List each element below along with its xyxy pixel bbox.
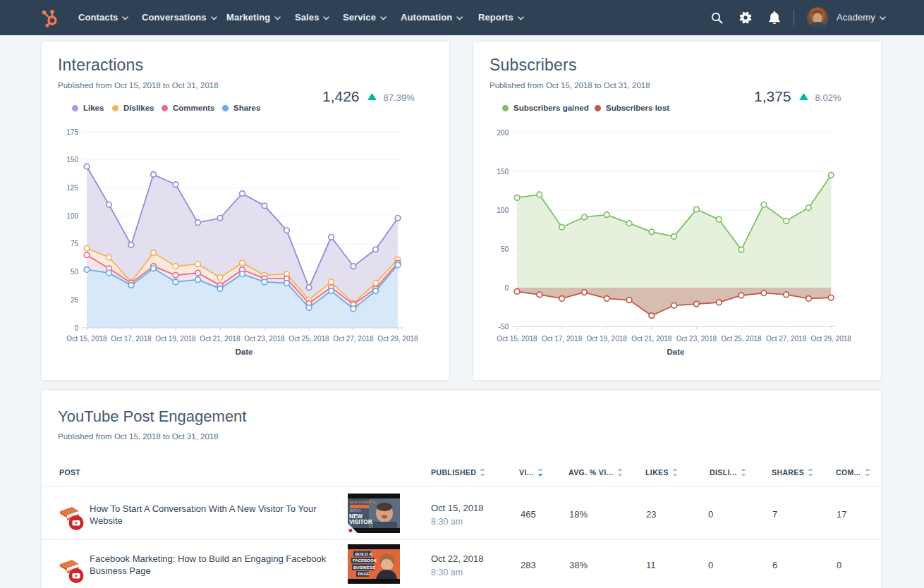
svg-text:WITH A: WITH A bbox=[350, 509, 361, 513]
svg-text:HOW TO START A: HOW TO START A bbox=[350, 501, 375, 504]
svg-text:-50: -50 bbox=[499, 323, 509, 331]
svg-text:Oct 17, 2018: Oct 17, 2018 bbox=[111, 335, 152, 343]
svg-text:Oct 19, 2018: Oct 19, 2018 bbox=[155, 335, 196, 343]
svg-text:Oct 17, 2018: Oct 17, 2018 bbox=[542, 335, 583, 343]
svg-text:125: 125 bbox=[66, 184, 78, 192]
svg-text:50: 50 bbox=[501, 245, 509, 253]
svg-text:Oct 29, 2018: Oct 29, 2018 bbox=[811, 335, 852, 343]
svg-text:0: 0 bbox=[74, 324, 78, 332]
svg-text:Oct 27, 2018: Oct 27, 2018 bbox=[766, 335, 807, 343]
svg-text:Date: Date bbox=[236, 348, 253, 356]
svg-text:50: 50 bbox=[71, 268, 79, 276]
svg-text:Oct 21, 2018: Oct 21, 2018 bbox=[200, 335, 241, 343]
svg-text:0: 0 bbox=[504, 284, 509, 292]
svg-text:Date: Date bbox=[667, 348, 685, 356]
svg-text:Oct 27, 2018: Oct 27, 2018 bbox=[333, 335, 374, 343]
svg-text:Oct 25, 2018: Oct 25, 2018 bbox=[721, 335, 762, 343]
svg-text:150: 150 bbox=[497, 168, 509, 176]
svg-text:175: 175 bbox=[66, 128, 78, 136]
svg-text:VISITOR: VISITOR bbox=[349, 519, 372, 525]
svg-text:FACEBOOK: FACEBOOK bbox=[353, 558, 377, 563]
svg-text:150: 150 bbox=[66, 156, 78, 164]
svg-text:Oct 29, 2018: Oct 29, 2018 bbox=[377, 335, 418, 343]
svg-text:Oct 25, 2018: Oct 25, 2018 bbox=[288, 335, 329, 343]
svg-text:Oct 19, 2018: Oct 19, 2018 bbox=[587, 335, 628, 343]
svg-text:PAGE: PAGE bbox=[358, 572, 370, 576]
svg-text:Oct 15, 2018: Oct 15, 2018 bbox=[497, 335, 537, 343]
svg-text:75: 75 bbox=[71, 240, 79, 247]
svg-text:200: 200 bbox=[497, 129, 509, 137]
svg-text:25: 25 bbox=[71, 296, 79, 304]
svg-text:Oct 15, 2018: Oct 15, 2018 bbox=[66, 335, 107, 343]
svg-text:100: 100 bbox=[497, 207, 509, 214]
svg-text:Oct 21, 2018: Oct 21, 2018 bbox=[631, 335, 672, 343]
svg-text:Oct 23, 2018: Oct 23, 2018 bbox=[676, 335, 717, 343]
svg-text:100: 100 bbox=[66, 212, 78, 220]
svg-text:Oct 23, 2018: Oct 23, 2018 bbox=[244, 335, 285, 343]
svg-text:BUSINESS: BUSINESS bbox=[353, 565, 375, 570]
svg-text:BUILD A: BUILD A bbox=[355, 552, 373, 556]
